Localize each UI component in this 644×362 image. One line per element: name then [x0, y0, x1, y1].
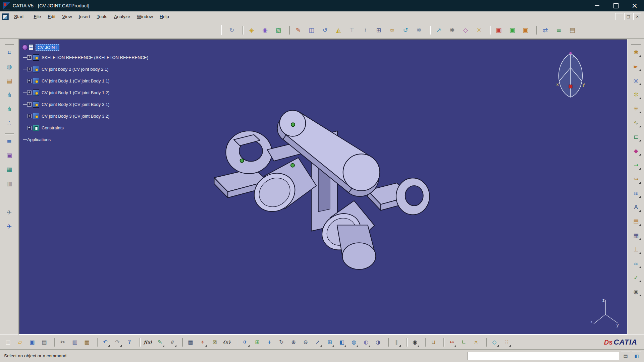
toolbar-grip[interactable]: [221, 25, 223, 35]
table-sheet-icon[interactable]: ▤: [567, 25, 578, 36]
sketch-pencil-icon[interactable]: ✎: [293, 25, 304, 36]
tree-item-label[interactable]: CV joint Body 3 (CV joint Body 3.2): [42, 114, 109, 119]
tree-item-label[interactable]: Applications: [27, 137, 51, 142]
catalog-basket-icon[interactable]: ⊔: [429, 338, 438, 347]
part-rotate-icon[interactable]: ↺: [320, 25, 330, 36]
toolbar-grip[interactable]: [5, 43, 14, 45]
design-table-icon[interactable]: ▦: [186, 338, 195, 347]
menu-insert[interactable]: Insert: [75, 13, 94, 20]
menu-file[interactable]: File: [31, 13, 45, 20]
update-spiral-icon[interactable]: ↻: [226, 25, 237, 36]
camera-capture-icon[interactable]: ◉: [410, 338, 420, 347]
purple-box-icon[interactable]: ▣: [4, 150, 15, 161]
menu-help[interactable]: Help: [156, 13, 172, 20]
globe-search-icon[interactable]: ◍: [4, 61, 15, 72]
menu-window[interactable]: Window: [133, 13, 156, 20]
compass-free-rotation-handle[interactable]: [570, 52, 572, 55]
paste-clipboard-icon[interactable]: ▦: [82, 338, 92, 347]
gear-pair-icon[interactable]: ✲: [631, 89, 641, 100]
redo-arrow-icon[interactable]: ↷: [113, 338, 122, 347]
formula-fx-icon[interactable]: ƒ(x): [143, 338, 153, 347]
spellcheck-abc-icon[interactable]: ✓: [631, 273, 641, 283]
command-list-button[interactable]: ▤: [621, 352, 630, 360]
swap-links-icon[interactable]: ⇄: [540, 25, 551, 36]
view-gears-icon[interactable]: ✱: [631, 47, 641, 57]
star-explode-icon[interactable]: ✳: [474, 25, 484, 36]
gray-sheet-icon[interactable]: ▥: [4, 178, 15, 189]
close-button[interactable]: ×: [625, 0, 644, 11]
mdi-minimize-button[interactable]: –: [615, 13, 623, 20]
menu-view[interactable]: View: [59, 13, 75, 20]
viewport-3d[interactable]: CV JOINT +SKELETON REFERENCE (SKELETON R…: [19, 39, 628, 335]
pan-icon[interactable]: +: [265, 338, 274, 347]
annotation-text-icon[interactable]: A: [631, 202, 641, 212]
product-node-icon[interactable]: ⌗: [4, 47, 15, 58]
cv-joint-model[interactable]: [214, 110, 429, 269]
document-menu-icon[interactable]: [2, 13, 9, 20]
snap-diamond-icon[interactable]: ◇: [460, 25, 471, 36]
measure-between-icon[interactable]: ↔: [447, 338, 457, 347]
expander-icon[interactable]: +: [27, 126, 32, 130]
menu-start[interactable]: Start: [11, 13, 27, 20]
point-grid-icon[interactable]: ∷: [502, 338, 511, 347]
maximize-button[interactable]: [606, 0, 625, 11]
tree-root-label[interactable]: CV JOINT: [36, 44, 59, 51]
film-frames-icon[interactable]: ▦: [631, 230, 641, 240]
component-sheet-icon[interactable]: ▤: [4, 75, 15, 86]
padlock-icon[interactable]: ⊠: [210, 338, 219, 347]
frame-grid-icon[interactable]: ⊞: [373, 25, 384, 36]
whats-this-icon[interactable]: ?: [125, 338, 134, 347]
measure-item-icon[interactable]: ∟: [459, 338, 469, 347]
disk-red-icon[interactable]: ▣: [493, 25, 504, 36]
assembly-box-icon[interactable]: ◫: [306, 25, 317, 36]
tree-item[interactable]: +SKELETON REFERENCE (SKELETON REFERENCE): [22, 52, 223, 63]
catalog-book-icon[interactable]: ◈: [246, 25, 257, 36]
menu-edit[interactable]: Edit: [44, 13, 59, 20]
update-cycle-icon[interactable]: ↺: [400, 25, 411, 36]
tree-item[interactable]: +CV joint Body 1 (CV joint Body 1.1): [22, 75, 223, 87]
promote-arrow-icon[interactable]: ↗: [433, 25, 444, 36]
tree-item-label[interactable]: CV joint Body 1 (CV joint Body 1.1): [42, 78, 109, 83]
save-disk-icon[interactable]: ▣: [28, 338, 37, 347]
import-arrow-icon[interactable]: ↪: [631, 174, 641, 184]
tree-root[interactable]: CV JOINT: [22, 43, 223, 52]
turntable-icon[interactable]: ◎: [631, 75, 641, 85]
chain-link-icon[interactable]: ∞: [387, 25, 397, 36]
clipboard-sheet-icon[interactable]: ▤: [631, 216, 641, 226]
menu-tools[interactable]: Tools: [93, 13, 111, 20]
dock-window-icon[interactable]: ⊏: [631, 132, 641, 142]
disk-green-icon[interactable]: ▣: [507, 25, 518, 36]
zoom-out-icon[interactable]: ⊖: [301, 338, 310, 347]
visible-space-icon[interactable]: ◑: [373, 338, 383, 347]
open-folder-icon[interactable]: ▱: [15, 338, 25, 347]
expander-icon[interactable]: +: [27, 55, 32, 60]
multi-view-icon[interactable]: ⊞: [325, 338, 334, 347]
tree-item[interactable]: +CV joint Body 3 (CV joint Body 3.2): [22, 110, 223, 122]
tree-item-label[interactable]: SKELETON REFERENCE (SKELETON REFERENCE): [42, 55, 148, 60]
expander-icon[interactable]: +: [27, 90, 32, 95]
tree-item-label[interactable]: CV joint Body 3 (CV joint Body 3.1): [42, 102, 109, 107]
mdi-restore-button[interactable]: □: [624, 13, 632, 20]
expander-icon[interactable]: +: [27, 114, 32, 118]
shading-cylinder-icon[interactable]: ◍: [349, 338, 359, 347]
cut-scissors-icon[interactable]: ✂: [58, 338, 67, 347]
fit-all-in-icon[interactable]: ⊞: [253, 338, 262, 347]
zoom-in-icon[interactable]: ⊕: [289, 338, 298, 347]
disk-orange-icon[interactable]: ▣: [520, 25, 531, 36]
gear-burst-icon[interactable]: ✲: [414, 25, 424, 36]
paperclip-icon[interactable]: ≀: [360, 25, 371, 36]
normal-view-icon[interactable]: ↗: [313, 338, 322, 347]
jet-gray-icon[interactable]: ✈: [4, 207, 15, 218]
power-input-field[interactable]: [468, 352, 619, 360]
spring-icon[interactable]: ∿: [631, 118, 641, 128]
graph-tree-icon[interactable]: ⋔: [4, 89, 15, 100]
undo-arrow-icon[interactable]: ↶: [101, 338, 110, 347]
section-tool-icon[interactable]: ⊥: [631, 244, 641, 254]
tree-item[interactable]: Applications: [22, 134, 223, 145]
new-document-icon[interactable]: □: [3, 338, 13, 347]
snapshot-camera-icon[interactable]: ◉: [631, 287, 641, 297]
tree-item[interactable]: +CV joint Body 1 (CV joint Body 1.2): [22, 87, 223, 99]
graph-tree-green-icon[interactable]: ⋔: [4, 104, 15, 114]
nodes-network-icon[interactable]: ∴: [4, 118, 15, 128]
select-cursor-icon[interactable]: ►: [631, 61, 641, 71]
